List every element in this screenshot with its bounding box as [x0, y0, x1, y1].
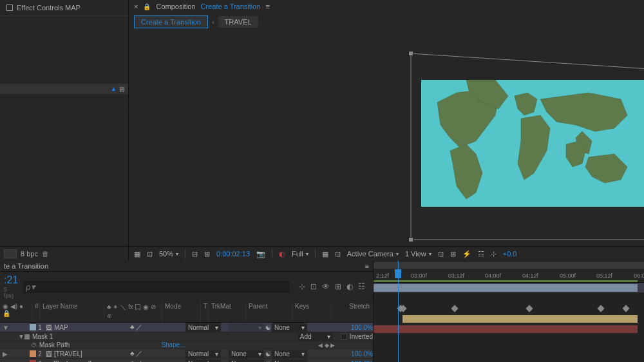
draft3d-icon[interactable]: ⊡ — [310, 282, 317, 291]
stretch-value[interactable]: 100.0% — [346, 360, 373, 363]
layer-row[interactable]: ▶ 2 🖼 [TRAVEL] ♣ ／ Normal▾ None▾ ☯ None▾… — [0, 349, 373, 359]
effect-controls-tab[interactable]: Effect Controls MAP — [0, 0, 128, 16]
mask-mode-dropdown[interactable]: Add▾ — [298, 332, 333, 341]
layer-name[interactable]: MAP — [54, 324, 128, 331]
trkmat-dropdown[interactable]: None▾ — [229, 359, 264, 363]
keyframe-nav[interactable]: ◀ ◆ ▶ — [307, 342, 346, 348]
exposure[interactable]: +0.0 — [503, 250, 517, 258]
trash-icon[interactable]: 🗑 — [42, 250, 49, 258]
twirl-icon[interactable]: ▶ — [0, 360, 6, 363]
track-row[interactable] — [374, 303, 644, 314]
playhead[interactable] — [398, 261, 399, 362]
search-input[interactable] — [23, 281, 290, 293]
parent-dropdown[interactable]: None▾ — [272, 350, 307, 358]
twirl-icon[interactable]: ▼ — [0, 324, 6, 331]
current-time[interactable]: :21 — [4, 274, 18, 286]
track-row[interactable] — [374, 324, 644, 334]
property-name[interactable]: Mask Path — [37, 341, 161, 348]
time-ruler[interactable]: 2;12f 03;00f 03;12f 04;00f 04;12f 05;00f… — [374, 261, 644, 283]
shape-value[interactable]: Shape... — [161, 341, 185, 348]
composition-viewer[interactable] — [129, 31, 644, 246]
close-icon[interactable]: × — [134, 3, 138, 10]
zoom-dropdown[interactable]: 50% ▾ — [159, 250, 178, 258]
label-color[interactable] — [30, 324, 36, 330]
trkmat-dropdown[interactable]: ▾ — [229, 323, 264, 332]
track-row[interactable] — [374, 293, 644, 303]
view-icon[interactable]: ⊡ — [438, 250, 444, 258]
timeline-tab[interactable]: te a Transition — [4, 262, 48, 270]
switches[interactable]: ♣ ／ — [128, 349, 185, 358]
camera-dropdown[interactable]: Active Camera ▾ — [347, 250, 399, 258]
shy-icon[interactable]: 👁 — [322, 282, 330, 291]
playhead-handle[interactable] — [395, 269, 401, 278]
stretch-value[interactable]: 100.0% — [346, 350, 373, 357]
layer-bar[interactable] — [374, 284, 638, 292]
switches[interactable]: ♣ ／ — [128, 359, 185, 362]
channel-icon[interactable]: ◐ — [279, 250, 285, 258]
mask-property-row[interactable]: ⏱ Mask Path Shape... ◀ ◆ ▶ — [0, 341, 373, 349]
track-area[interactable] — [374, 283, 644, 362]
twirl-icon[interactable]: ▶ — [0, 350, 6, 357]
mask-color[interactable] — [24, 334, 30, 339]
switches[interactable]: ♣ ／ — [128, 323, 185, 332]
parent-pick-icon[interactable]: ☯ — [264, 350, 272, 357]
parent-dropdown[interactable]: None▾ — [272, 323, 307, 332]
pixel-aspect-icon[interactable]: ⊞ — [450, 250, 456, 258]
comp-mini-flowchart-icon[interactable]: ⊹ — [299, 282, 305, 291]
mask-handle[interactable] — [408, 237, 413, 242]
transparency-icon[interactable]: ▦ — [322, 250, 328, 258]
mask-name[interactable]: Mask 1 — [30, 333, 240, 340]
mode-dropdown[interactable]: Normal▾ — [185, 350, 221, 358]
parent-pick-icon[interactable]: ☯ — [264, 360, 272, 363]
grid-icon[interactable]: ▦ — [134, 250, 140, 258]
timeline-icon[interactable]: ☷ — [478, 250, 484, 258]
panel-menu-icon[interactable]: ⊞ — [119, 86, 124, 93]
twirl-icon[interactable]: ▼ — [18, 333, 24, 340]
breadcrumb-item[interactable]: Create a Transition — [134, 15, 208, 28]
bpc-toggle[interactable] — [4, 249, 17, 258]
keyframe-icon[interactable] — [622, 305, 629, 312]
mode-dropdown[interactable]: Normal▾ — [185, 359, 221, 363]
work-area-bar[interactable] — [374, 262, 644, 269]
parent-pick-icon[interactable]: ☯ — [264, 324, 272, 331]
inverted-checkbox[interactable] — [341, 334, 347, 340]
panel-menu-icon[interactable]: ≡ — [266, 3, 270, 10]
map-layer[interactable] — [421, 80, 644, 207]
layer-name[interactable]: [Background] — [53, 360, 128, 363]
label-color[interactable] — [30, 350, 36, 357]
bpc-label[interactable]: 8 bpc — [21, 250, 38, 258]
snapshot-icon[interactable]: 📷 — [256, 250, 265, 258]
mode-dropdown[interactable]: Normal▾ — [185, 323, 221, 332]
keyframe-icon[interactable] — [451, 305, 458, 312]
flowchart-icon[interactable]: ⊹ — [491, 250, 497, 258]
timeline-right[interactable]: 2;12f 03;00f 03;12f 04;00f 04;12f 05;00f… — [374, 261, 644, 362]
keyframe-icon[interactable] — [597, 305, 604, 312]
trkmat-dropdown[interactable]: None▾ — [229, 350, 264, 358]
layer-bar[interactable] — [374, 325, 638, 333]
panel-menu-icon[interactable]: ≡ — [365, 262, 369, 270]
current-time[interactable]: 0:00:02:13 — [216, 250, 250, 258]
view-dropdown[interactable]: 1 View ▾ — [405, 250, 431, 258]
layer-row[interactable]: ▼ 1 🖼 MAP ♣ ／ Normal▾ ▾ ☯ None▾ 100.0% — [0, 323, 373, 332]
layer-name[interactable]: [TRAVEL] — [54, 350, 128, 357]
aspect-icon[interactable]: ⊟ — [192, 250, 198, 258]
graph-editor-icon[interactable]: ☷ — [358, 282, 365, 291]
frame-blend-icon[interactable]: ⊞ — [335, 282, 341, 291]
mask-handle[interactable] — [408, 51, 413, 56]
3d-icon[interactable]: ⊡ — [335, 250, 341, 258]
stretch-value[interactable]: 100.0% — [346, 324, 373, 331]
mask-row[interactable]: ▼ Mask 1 Add▾ Inverted — [0, 332, 373, 341]
quality-dropdown[interactable]: Full ▾ — [292, 250, 308, 258]
comp-name[interactable]: Create a Transition — [201, 3, 261, 10]
track-row[interactable] — [374, 314, 644, 324]
keyframe-icon[interactable] — [526, 305, 533, 312]
alpha-icon[interactable]: ⊞ — [204, 250, 210, 258]
parent-dropdown[interactable]: None▾ — [272, 359, 307, 363]
breadcrumb-item[interactable]: TRAVEL — [218, 16, 258, 28]
project-panel-header[interactable]: ▲ ⊞ — [0, 84, 128, 94]
track-row[interactable] — [374, 283, 644, 293]
fast-preview-icon[interactable]: ⚡ — [462, 250, 471, 258]
lock-icon[interactable]: 🔒 — [143, 3, 151, 10]
col-layer-name[interactable]: Layer Name — [40, 301, 104, 322]
motion-blur-icon[interactable]: ◐ — [346, 282, 353, 291]
